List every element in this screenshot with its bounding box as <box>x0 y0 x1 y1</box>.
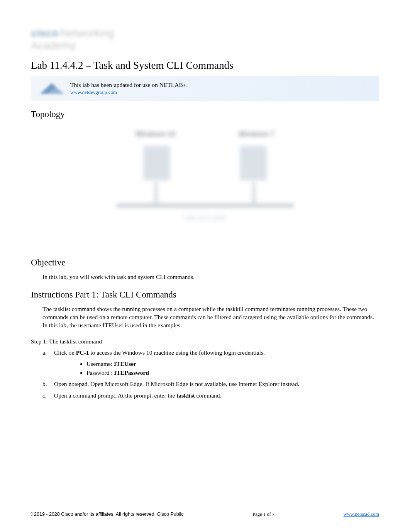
topology-right-label: Windows 7 <box>238 130 274 138</box>
step1-c-bold: tasklist <box>176 392 195 399</box>
objective-body: In this lab, you will work with task and… <box>31 273 379 281</box>
credential-password: Password : ITEPassword <box>86 368 379 377</box>
lab-number: 11.4.4.2 <box>50 59 83 71</box>
instructions-body: The tasklist command shows the running p… <box>31 305 379 330</box>
lab-title-text: Task and System CLI Commands <box>93 59 234 71</box>
lab-title-sep: – <box>83 59 93 71</box>
step1-a-suffix: to access the Windows 10 machine using t… <box>89 349 264 356</box>
lab-title-prefix: Lab <box>31 59 50 71</box>
logo-line2: Academy <box>31 39 379 52</box>
step1-item-b: b. Open notepad. Open Microsoft Edge. If… <box>42 379 379 388</box>
netlab-icon <box>36 80 67 97</box>
netlab-banner: This lab has been updated for use on NET… <box>31 76 379 101</box>
step1-c-suffix: command. <box>195 392 222 399</box>
topology-lan-label: LAN 10.0.1.0/24 <box>116 214 294 221</box>
logo-area: cisco Networking Academy <box>31 27 379 52</box>
netlab-text: This lab has been updated for use on NET… <box>70 82 188 88</box>
topology-connection-right <box>253 182 255 204</box>
list-marker: a. <box>42 348 47 357</box>
lab-title: Lab 11.4.4.2 – Task and System CLI Comma… <box>31 59 379 71</box>
username-label: Username: <box>86 360 114 367</box>
topology-pc-right-icon <box>240 146 267 180</box>
topology-heading: Topology <box>31 109 379 119</box>
list-marker: c. <box>42 391 47 400</box>
topology-diagram: Windows 10 Windows 7 LAN 10.0.1.0/24 <box>116 130 294 238</box>
topology-container: Windows 10 Windows 7 LAN 10.0.1.0/24 <box>31 130 379 238</box>
password-label: Password : <box>86 369 114 376</box>
topology-connection-left <box>155 182 157 204</box>
step1-heading: Step 1: The tasklist command <box>31 338 379 345</box>
step1-a-prefix: Click on <box>54 349 76 356</box>
netlab-link[interactable]: www.netdevgroup.com <box>70 89 374 95</box>
step1-a-bold: PC-1 <box>76 349 89 356</box>
username-value: ITEUser <box>114 360 136 367</box>
credential-username: Username: ITEUser <box>86 359 379 368</box>
step1-b-text: Open notepad. Open Microsoft Edge. If Mi… <box>54 381 299 387</box>
step1-c-prefix: Open a command prompt. At the prompt, en… <box>54 392 176 399</box>
step1-item-c: c. Open a command prompt. At the prompt,… <box>42 391 379 400</box>
objective-heading: Objective <box>31 258 379 268</box>
topology-lan-line <box>116 204 294 207</box>
instructions-heading: Instructions Part 1: Task CLI Commands <box>31 290 379 300</box>
netlab-text-block: This lab has been updated for use on NET… <box>70 82 374 95</box>
topology-pc-left-icon <box>143 146 170 180</box>
credentials-list: Username: ITEUser Password : ITEPassword <box>54 359 379 377</box>
logo-line1: Networking <box>60 27 114 39</box>
logo-brand: cisco <box>31 27 59 39</box>
topology-left-label: Windows 10 <box>136 130 176 138</box>
list-marker: b. <box>42 379 47 388</box>
step1-item-a: a. Click on PC-1 to access the Windows 1… <box>42 348 379 377</box>
password-value: ITEPassword <box>114 369 149 376</box>
step1-list: a. Click on PC-1 to access the Windows 1… <box>31 348 379 400</box>
